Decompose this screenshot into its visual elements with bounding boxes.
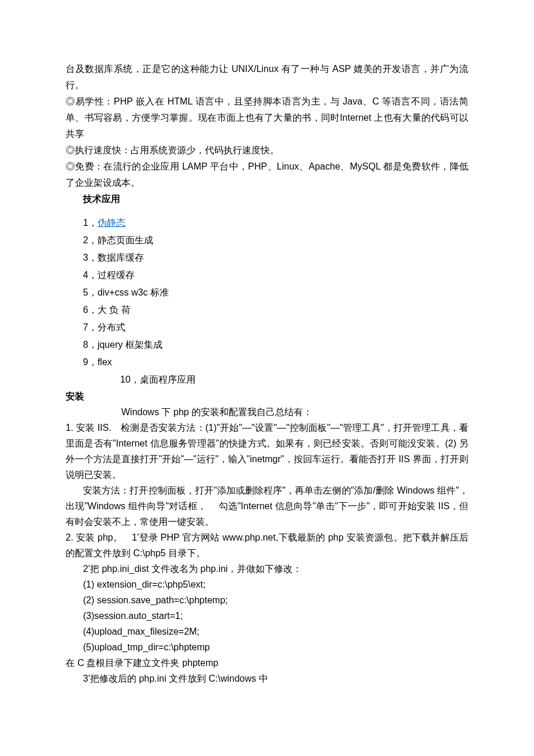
- section-title-install: 安装: [66, 388, 468, 404]
- list-item: 5，div+css w3c 标准: [83, 284, 468, 301]
- item-number: 1，: [83, 218, 98, 228]
- install-php: 2. 安装 php。 1'登录 PHP 官方网站 www.php.net,下载最…: [66, 530, 468, 561]
- config-line-5: (5)upload_tmp_dir=c:\phptemp: [66, 639, 468, 655]
- list-item: 6，大 负 荷: [83, 301, 468, 319]
- item-text: jquery 框架集成: [98, 340, 163, 350]
- item-number: 4，: [83, 270, 98, 280]
- list-item: 3，数据库缓存: [83, 249, 468, 267]
- item-number: 9，: [83, 357, 98, 367]
- section-title-tech: 技术应用: [66, 191, 468, 207]
- item-number: 7，: [83, 322, 98, 332]
- install-copy-ini: 3'把修改后的 php.ini 文件放到 C:\windows 中: [66, 671, 468, 686]
- paragraph-easy: ◎易学性：PHP 嵌入在 HTML 语言中，且坚持脚本语言为主，与 Java、C…: [66, 93, 468, 142]
- list-item-10: 10，桌面程序应用: [83, 371, 468, 388]
- install-rename: 2'把 php.ini_dist 文件改名为 php.ini，并做如下修改：: [66, 561, 468, 577]
- tech-list: 1，伪静态 2，静态页面生成 3，数据库缓存 4，过程缓存 5，div+css …: [66, 214, 468, 388]
- config-line-3: (3)session.auto_start=1;: [66, 608, 468, 624]
- item-text: 静态页面生成: [98, 235, 153, 245]
- list-item: 8，jquery 框架集成: [83, 336, 468, 354]
- link-pseudo-static[interactable]: 伪静态: [98, 218, 125, 228]
- item-text: 分布式: [98, 322, 125, 332]
- list-item: 9，flex: [83, 354, 468, 371]
- item-text: 过程缓存: [98, 270, 135, 280]
- install-intro: Windows 下 php 的安装和配置我自己总结有：: [66, 404, 468, 420]
- item-text: flex: [98, 357, 112, 367]
- config-line-2: (2) session.save_path=c:\phptemp;: [66, 592, 468, 608]
- item-text: div+css w3c 标准: [98, 287, 169, 297]
- item-number: 5，: [83, 287, 98, 297]
- install-section: 安装 Windows 下 php 的安装和配置我自己总结有： 1. 安装 IIS…: [66, 388, 468, 686]
- paragraph-speed: ◎执行速度快：占用系统资源少，代码执行速度快。: [66, 142, 468, 159]
- config-line-1: (1) extension_dir=c:\php5\ext;: [66, 577, 468, 592]
- paragraph-platform: 台及数据库系统，正是它的这种能力让 UNIX/Linux 有了一种与 ASP 媲…: [66, 61, 468, 93]
- paragraph-free: ◎免费：在流行的企业应用 LAMP 平台中，PHP、Linux、Apache、M…: [66, 159, 468, 191]
- item-text: 数据库缓存: [98, 253, 144, 262]
- install-method: 安装方法：打开控制面板，打开"添加或删除程序"，再单击左侧的"添加/删除 Win…: [66, 483, 468, 530]
- list-item: 4，过程缓存: [83, 267, 468, 284]
- list-item: 7，分布式: [83, 319, 468, 336]
- item-number: 3，: [83, 253, 98, 262]
- install-iis: 1. 安装 IIS. 检测是否安装方法：(1)"开始"—"设置"—"控制面板"—…: [66, 420, 468, 483]
- item-text: 大 负 荷: [98, 305, 131, 315]
- list-item: 2，静态页面生成: [83, 232, 468, 249]
- item-number: 6，: [83, 305, 98, 315]
- item-number: 2，: [83, 235, 98, 245]
- config-line-4: (4)upload_max_filesize=2M;: [66, 624, 468, 639]
- list-item: 1，伪静态: [83, 214, 468, 232]
- item-number: 8，: [83, 340, 98, 350]
- install-folder: 在 C 盘根目录下建立文件夹 phptemp: [66, 655, 468, 671]
- document-page: 台及数据库系统，正是它的这种能力让 UNIX/Linux 有了一种与 ASP 媲…: [0, 0, 534, 733]
